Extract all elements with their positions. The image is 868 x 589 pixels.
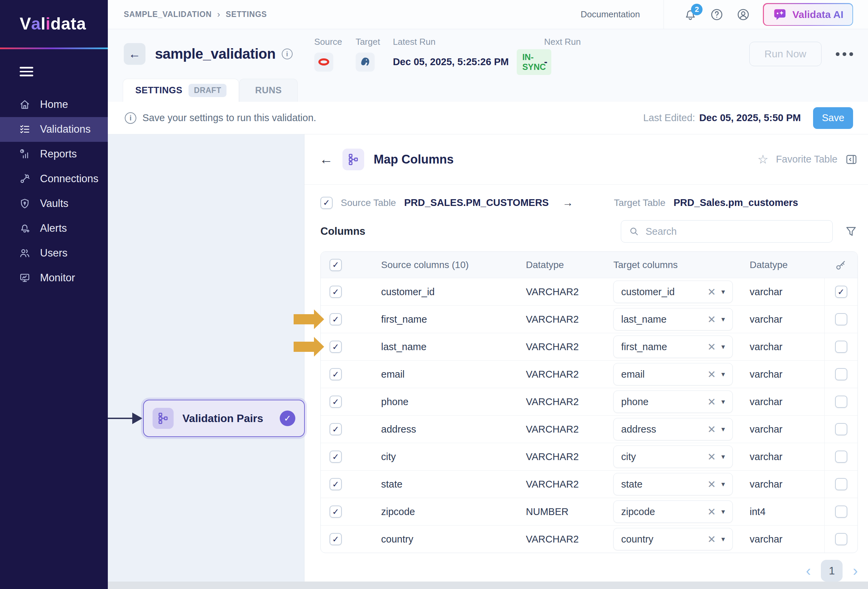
clear-mapping-icon[interactable]: ✕ (707, 478, 716, 490)
row-select-checkbox[interactable]: ✓ (329, 286, 342, 298)
target-column-select[interactable]: phone ✕ ▾ (613, 391, 733, 413)
account-button[interactable] (737, 8, 750, 21)
key-checkbox[interactable]: ✓ (835, 451, 847, 463)
target-column-select[interactable]: customer_id ✕ ▾ (613, 281, 733, 303)
page-number[interactable]: 1 (821, 560, 843, 582)
target-column-name: city (621, 451, 707, 462)
favorite-table-button[interactable]: Favorite Table (776, 154, 837, 165)
row-select-checkbox[interactable]: ✓ (329, 423, 342, 435)
key-checkbox[interactable]: ✓ (835, 340, 847, 353)
table-row: ✓ zipcode NUMBER zipcode ✕ ▾ int4 ✓ (321, 498, 858, 525)
prev-page-icon[interactable]: ‹ (806, 563, 811, 578)
flow-canvas[interactable]: Validation Pairs ✓ (108, 135, 304, 582)
sidebar-item-connections[interactable]: Connections (0, 167, 108, 191)
tab-runs-label: RUNS (255, 85, 282, 96)
target-column-select[interactable]: zipcode ✕ ▾ (613, 500, 733, 523)
clear-mapping-icon[interactable]: ✕ (707, 396, 716, 408)
target-column-select[interactable]: city ✕ ▾ (613, 445, 733, 468)
clear-mapping-icon[interactable]: ✕ (707, 286, 716, 298)
key-checkbox[interactable]: ✓ (835, 286, 847, 298)
target-column-select[interactable]: email ✕ ▾ (613, 363, 733, 385)
filter-icon[interactable] (844, 225, 858, 238)
key-checkbox[interactable]: ✓ (835, 368, 847, 380)
notification-badge: 2 (691, 4, 703, 15)
clear-mapping-icon[interactable]: ✕ (707, 506, 716, 518)
sidebar-item-home[interactable]: Home (0, 92, 108, 117)
column-search[interactable] (621, 220, 833, 243)
row-select-checkbox[interactable]: ✓ (329, 451, 342, 463)
target-column-select[interactable]: address ✕ ▾ (613, 418, 733, 440)
hamburger-menu-icon[interactable] (20, 67, 33, 79)
target-column-select[interactable]: first_name ✕ ▾ (613, 336, 733, 358)
tab-settings[interactable]: SETTINGS DRAFT (123, 79, 239, 102)
validata-ai-button[interactable]: Validata AI (763, 3, 853, 26)
source-datatype: VARCHAR2 (526, 314, 613, 325)
tab-runs[interactable]: RUNS (239, 79, 298, 102)
row-select-checkbox[interactable]: ✓ (329, 533, 342, 545)
collapse-panel-icon[interactable] (845, 153, 858, 166)
notifications-button[interactable]: 2 (683, 8, 697, 21)
key-checkbox[interactable]: ✓ (835, 506, 847, 518)
clear-mapping-icon[interactable]: ✕ (707, 451, 716, 463)
source-column-name: address (381, 424, 526, 435)
sidebar-item-reports[interactable]: Reports (0, 142, 108, 167)
chevron-down-icon: ▾ (721, 453, 725, 461)
key-checkbox[interactable]: ✓ (835, 533, 847, 545)
next-page-icon[interactable]: › (853, 563, 858, 578)
logo-letter: a (31, 14, 41, 34)
more-options-icon[interactable] (836, 52, 853, 56)
panel-back-button[interactable]: ← (319, 152, 333, 167)
sidebar-item-monitor[interactable]: Monitor (0, 266, 108, 290)
select-all-checkbox[interactable]: ✓ (329, 259, 342, 271)
target-column-name: last_name (621, 314, 707, 325)
back-button[interactable]: ← (124, 43, 145, 65)
clear-mapping-icon[interactable]: ✕ (707, 368, 716, 380)
clear-mapping-icon[interactable]: ✕ (707, 533, 716, 545)
row-select-checkbox[interactable]: ✓ (329, 478, 342, 490)
sidebar-item-label: Home (40, 98, 68, 111)
source-label: Source (314, 37, 356, 47)
last-edited-value: Dec 05, 2025, 5:50 PM (699, 112, 801, 123)
key-checkbox[interactable]: ✓ (835, 423, 847, 435)
row-select-checkbox[interactable]: ✓ (329, 340, 342, 353)
horizontal-scrollbar[interactable] (108, 582, 868, 589)
target-column-select[interactable]: last_name ✕ ▾ (613, 308, 733, 330)
source-column-name: customer_id (381, 286, 526, 297)
sidebar-item-vaults[interactable]: Vaults (0, 191, 108, 216)
source-datatype: VARCHAR2 (526, 341, 613, 352)
key-checkbox[interactable]: ✓ (835, 396, 847, 408)
key-checkbox[interactable]: ✓ (835, 313, 847, 326)
key-checkbox[interactable]: ✓ (835, 478, 847, 490)
target-datatype: int4 (750, 506, 824, 517)
validata-ai-label: Validata AI (793, 9, 844, 20)
sidebar-item-validations[interactable]: Validations (0, 117, 108, 142)
save-button[interactable]: Save (813, 107, 853, 129)
target-column-select[interactable]: state ✕ ▾ (613, 473, 733, 495)
clear-mapping-icon[interactable]: ✕ (707, 423, 716, 435)
home-icon (19, 99, 31, 110)
report-chart-icon (19, 148, 31, 160)
title-info-icon[interactable]: i (282, 49, 292, 59)
target-column-name: address (621, 424, 707, 435)
row-select-checkbox[interactable]: ✓ (329, 506, 342, 518)
validation-pairs-node[interactable]: Validation Pairs ✓ (143, 400, 305, 437)
target-column-name: state (621, 479, 707, 490)
table-pair-checkbox[interactable]: ✓ (320, 197, 333, 209)
sidebar-item-users[interactable]: Users (0, 241, 108, 266)
breadcrumb-parent[interactable]: SAMPLE_VALIDATION (124, 10, 211, 19)
sidebar-item-alerts[interactable]: Alerts (0, 216, 108, 241)
target-column-select[interactable]: country ✕ ▾ (613, 528, 733, 551)
row-select-checkbox[interactable]: ✓ (329, 368, 342, 380)
row-select-checkbox[interactable]: ✓ (329, 313, 342, 326)
latest-run-value: Dec 05, 2025, 5:25:26 PM (393, 56, 509, 68)
app-root: Validata Home Validations Reports Connec… (0, 0, 868, 589)
documentation-link[interactable]: Documentation (580, 9, 640, 20)
favorite-star-icon[interactable]: ☆ (757, 152, 768, 167)
search-input[interactable] (645, 226, 825, 237)
clear-mapping-icon[interactable]: ✕ (707, 314, 716, 326)
row-select-checkbox[interactable]: ✓ (329, 396, 342, 408)
tab-settings-label: SETTINGS (135, 85, 182, 96)
run-now-button[interactable]: Run Now (749, 42, 822, 66)
help-button[interactable] (710, 8, 723, 21)
clear-mapping-icon[interactable]: ✕ (707, 341, 716, 353)
